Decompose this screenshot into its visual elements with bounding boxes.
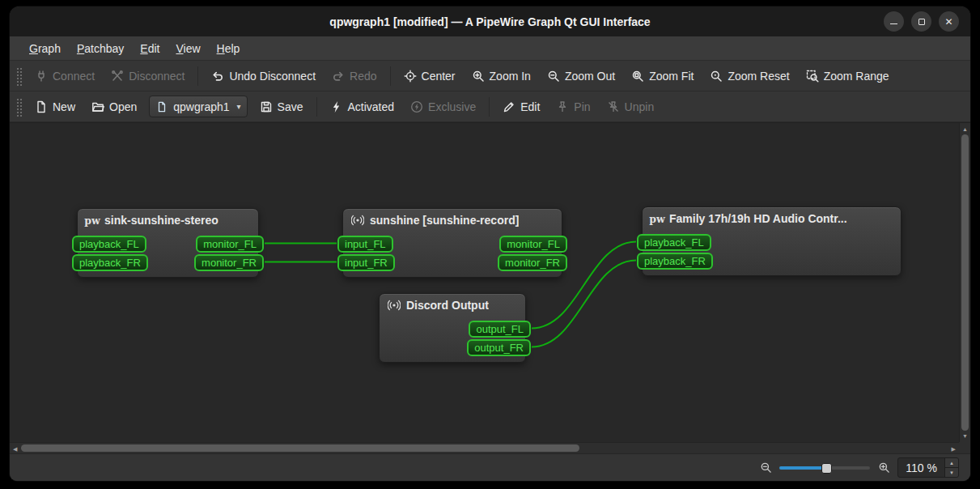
zoom-reset-button[interactable]: Zoom Reset (702, 65, 796, 87)
undo-disconnect-label: Undo Disconnect (229, 70, 316, 83)
spin-down-arrow-icon[interactable]: ▼ (945, 468, 958, 477)
patchbay-selector[interactable]: qpwgraph1 ▾ (149, 96, 247, 117)
node-title: Discord Output (406, 299, 489, 312)
zoom-slider[interactable] (779, 462, 870, 474)
zoom-slider-handle[interactable] (821, 463, 832, 474)
disconnect-button: Disconnect (104, 65, 192, 87)
close-icon: ✕ (944, 16, 952, 28)
menu-edit[interactable]: Edit (132, 36, 168, 60)
port-playback_FL[interactable]: playback_FL (72, 236, 146, 253)
minimize-icon (890, 23, 897, 24)
zoom-spinbox[interactable]: 110 % ▲ ▼ (897, 457, 959, 478)
horizontal-scrollbar[interactable]: ◀ ▶ (10, 442, 959, 453)
horizontal-scrollbar-thumb[interactable] (21, 444, 579, 452)
save-label: Save (278, 100, 303, 113)
pipewire-icon (651, 212, 664, 225)
new-button[interactable]: New (28, 96, 83, 118)
graph-toolbar: Connect Disconnect Undo Disconnect R (10, 61, 970, 91)
toolbar-separator (489, 97, 490, 117)
menu-graph-label: Graph (29, 42, 61, 55)
port-row: playback_FR (637, 252, 906, 270)
port-playback_FL[interactable]: playback_FL (637, 234, 711, 251)
port-playback_FR[interactable]: playback_FR (72, 254, 148, 271)
menu-help[interactable]: Help (209, 36, 248, 60)
patchbay-file-icon (155, 100, 168, 113)
canvas-surface[interactable]: sink-sunshine-stereo playback_FL monitor… (10, 123, 959, 442)
open-folder-icon (91, 100, 104, 113)
node-ports: playback_FL playback_FR (643, 230, 901, 275)
connect-button: Connect (28, 65, 102, 87)
open-button[interactable]: Open (84, 96, 144, 118)
zoom-in-button[interactable]: Zoom In (465, 65, 538, 87)
scroll-left-arrow-icon[interactable]: ◀ (13, 446, 17, 452)
vertical-scrollbar[interactable]: ▲ ▼ (959, 123, 970, 442)
redo-label: Redo (350, 70, 376, 83)
port-input_FL[interactable]: input_FL (337, 236, 393, 253)
node-family-hd-audio[interactable]: Family 17h/19h HD Audio Contr... playbac… (642, 206, 902, 276)
titlebar[interactable]: qpwgraph1 [modified] — A PipeWire Graph … (10, 6, 970, 36)
minimize-button[interactable] (884, 11, 904, 32)
menu-graph[interactable]: Graph (21, 36, 69, 60)
zoom-out-icon[interactable] (759, 461, 772, 474)
connect-icon (35, 70, 48, 83)
node-discord-output[interactable]: Discord Output output_FL output_FR (379, 293, 526, 363)
node-sink-sunshine-stereo[interactable]: sink-sunshine-stereo playback_FL monitor… (77, 208, 259, 278)
port-output_FR[interactable]: output_FR (467, 339, 531, 356)
save-button[interactable]: Save (252, 96, 311, 118)
zoom-out-icon (547, 70, 560, 83)
spin-up-arrow-icon[interactable]: ▲ (945, 458, 958, 468)
scroll-down-arrow-icon[interactable]: ▼ (962, 433, 968, 439)
menu-view-label: View (176, 42, 200, 55)
node-ports: input_FL monitor_FL input_FR monitor_FR (343, 232, 562, 277)
zoom-in-label: Zoom In (490, 70, 531, 83)
vertical-scrollbar-thumb[interactable] (961, 134, 969, 431)
maximize-button[interactable] (911, 11, 931, 32)
unpin-label: Unpin (625, 100, 655, 113)
zoom-slider-fill (779, 466, 826, 470)
port-monitor_FR[interactable]: monitor_FR (194, 254, 264, 271)
center-icon (404, 70, 417, 83)
node-title: Family 17h/19h HD Audio Contr... (669, 212, 847, 225)
zoom-out-label: Zoom Out (565, 70, 615, 83)
zoom-fit-icon (631, 70, 644, 83)
pin-icon (556, 100, 569, 113)
undo-disconnect-button[interactable]: Undo Disconnect (204, 65, 323, 87)
node-header: Family 17h/19h HD Audio Contr... (643, 207, 901, 230)
maximize-icon (918, 19, 925, 25)
save-icon (260, 100, 273, 113)
edit-toggle[interactable]: Edit (495, 96, 547, 118)
center-button[interactable]: Center (397, 65, 463, 87)
zoom-out-button[interactable]: Zoom Out (540, 65, 622, 87)
zoom-in-icon[interactable] (877, 461, 890, 474)
exclusive-toggle: Exclusive (403, 96, 483, 118)
zoom-value[interactable]: 110 % (898, 458, 944, 477)
graph-canvas[interactable]: sink-sunshine-stereo playback_FL monitor… (10, 122, 970, 453)
menu-patchbay[interactable]: Patchbay (69, 36, 132, 60)
pipewire-icon (86, 214, 99, 227)
unpin-button: Unpin (600, 96, 662, 118)
zoom-range-button[interactable]: Zoom Range (799, 65, 897, 87)
port-monitor_FR[interactable]: monitor_FR (498, 254, 567, 271)
menu-help-label: Help (217, 42, 240, 55)
zoom-fit-button[interactable]: Zoom Fit (624, 65, 701, 87)
disconnect-icon (111, 70, 124, 83)
port-monitor_FL[interactable]: monitor_FL (196, 236, 264, 253)
port-playback_FR[interactable]: playback_FR (637, 253, 713, 270)
connect-label: Connect (53, 70, 95, 83)
port-monitor_FL[interactable]: monitor_FL (499, 236, 567, 253)
zoom-range-label: Zoom Range (824, 70, 889, 83)
redo-button: Redo (325, 65, 384, 87)
port-input_FR[interactable]: input_FR (337, 254, 395, 271)
port-output_FL[interactable]: output_FL (469, 321, 531, 338)
activated-toggle[interactable]: Activated (323, 96, 402, 118)
toolbar-grip[interactable] (16, 97, 22, 117)
scroll-up-arrow-icon[interactable]: ▲ (962, 126, 968, 132)
node-sunshine-record[interactable]: sunshine [sunshine-record] input_FL moni… (342, 208, 562, 278)
scroll-right-arrow-icon[interactable]: ▶ (952, 446, 956, 452)
monitor-icon (351, 214, 364, 227)
close-button[interactable]: ✕ (939, 11, 959, 32)
window-controls: ✕ (884, 6, 959, 36)
toolbar-grip[interactable] (16, 66, 22, 86)
zoom-in-icon (472, 70, 485, 83)
menu-view[interactable]: View (168, 36, 208, 60)
